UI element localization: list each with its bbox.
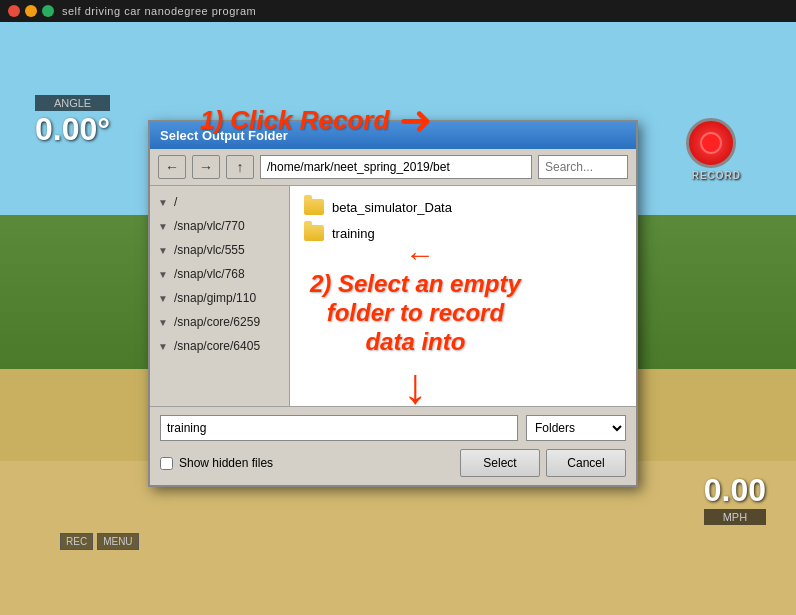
rec-tag: REC: [60, 533, 93, 550]
title-bar: self driving car nanodegree program: [0, 0, 796, 22]
show-hidden-text: Show hidden files: [179, 456, 273, 470]
show-hidden-checkbox[interactable]: [160, 457, 173, 470]
sidebar-item-label: /snap/vlc/770: [174, 219, 245, 233]
window-title: self driving car nanodegree program: [62, 5, 256, 17]
buttons-row: Show hidden files Select Cancel: [160, 449, 626, 477]
dialog-bottom: Folders Show hidden files Select Cancel: [150, 406, 636, 485]
menu-tag: MENU: [97, 533, 138, 550]
rec-menu-bar: REC MENU: [60, 533, 139, 550]
folder-icon: [304, 199, 324, 215]
annotation-select-folder: 2) Select an empty folder to record data…: [310, 270, 521, 411]
sidebar-item-vlc770[interactable]: /snap/vlc/770: [150, 214, 289, 238]
folder-label: training: [332, 226, 375, 241]
folder-label: beta_simulator_Data: [332, 200, 452, 215]
sidebar-item-core6259[interactable]: /snap/core/6259: [150, 310, 289, 334]
mph-display: 0.00 MPH: [704, 472, 766, 525]
annotation-text-1: 1) Click Record: [200, 105, 389, 136]
cancel-button[interactable]: Cancel: [546, 449, 626, 477]
training-arrow-icon: ←: [405, 238, 435, 272]
annotation-click-record: 1) Click Record ➜: [200, 100, 433, 140]
record-label: RECORD: [692, 170, 741, 181]
forward-button[interactable]: →: [192, 155, 220, 179]
window-controls: [8, 5, 54, 17]
sidebar-item-label: /: [174, 195, 177, 209]
up-button[interactable]: ↑: [226, 155, 254, 179]
folder-item-training[interactable]: training: [298, 220, 628, 246]
angle-value: 0.00°: [35, 111, 110, 148]
angle-display: ANGLE 0.00°: [35, 95, 110, 148]
sidebar-item-label: /snap/vlc/768: [174, 267, 245, 281]
record-button[interactable]: [686, 118, 736, 168]
sidebar-item-core6405[interactable]: /snap/core/6405: [150, 334, 289, 358]
filename-row: Folders: [160, 415, 626, 441]
sidebar-item-vlc555[interactable]: /snap/vlc/555: [150, 238, 289, 262]
dialog-toolbar: ← → ↑: [150, 149, 636, 186]
sidebar-item-vlc768[interactable]: /snap/vlc/768: [150, 262, 289, 286]
filename-input[interactable]: [160, 415, 518, 441]
folder-item-beta[interactable]: beta_simulator_Data: [298, 194, 628, 220]
mph-value: 0.00: [704, 472, 766, 509]
sidebar-item-label: /snap/core/6259: [174, 315, 260, 329]
folder-icon: [304, 225, 324, 241]
sidebar-item-root[interactable]: /: [150, 190, 289, 214]
show-hidden-label[interactable]: Show hidden files: [160, 456, 273, 470]
close-dot[interactable]: [8, 5, 20, 17]
path-input[interactable]: [260, 155, 532, 179]
mph-label: MPH: [704, 509, 766, 525]
search-input[interactable]: [538, 155, 628, 179]
arrow-right-icon: ➜: [399, 100, 433, 140]
filetype-select[interactable]: Folders: [526, 415, 626, 441]
sidebar-item-label: /snap/core/6405: [174, 339, 260, 353]
maximize-dot[interactable]: [42, 5, 54, 17]
angle-label: ANGLE: [35, 95, 110, 111]
sidebar-panel: / /snap/vlc/770 /snap/vlc/555 /snap/vlc/…: [150, 186, 290, 406]
select-button[interactable]: Select: [460, 449, 540, 477]
sidebar-item-label: /snap/gimp/110: [174, 291, 256, 305]
annotation-text-2: 2) Select an empty folder to record data…: [310, 270, 521, 356]
back-button[interactable]: ←: [158, 155, 186, 179]
arrow-down-icon: ↓: [310, 361, 521, 411]
minimize-dot[interactable]: [25, 5, 37, 17]
btn-group: Select Cancel: [460, 449, 626, 477]
record-icon: [700, 132, 722, 154]
sidebar-item-label: /snap/vlc/555: [174, 243, 245, 257]
sidebar-item-gimp110[interactable]: /snap/gimp/110: [150, 286, 289, 310]
